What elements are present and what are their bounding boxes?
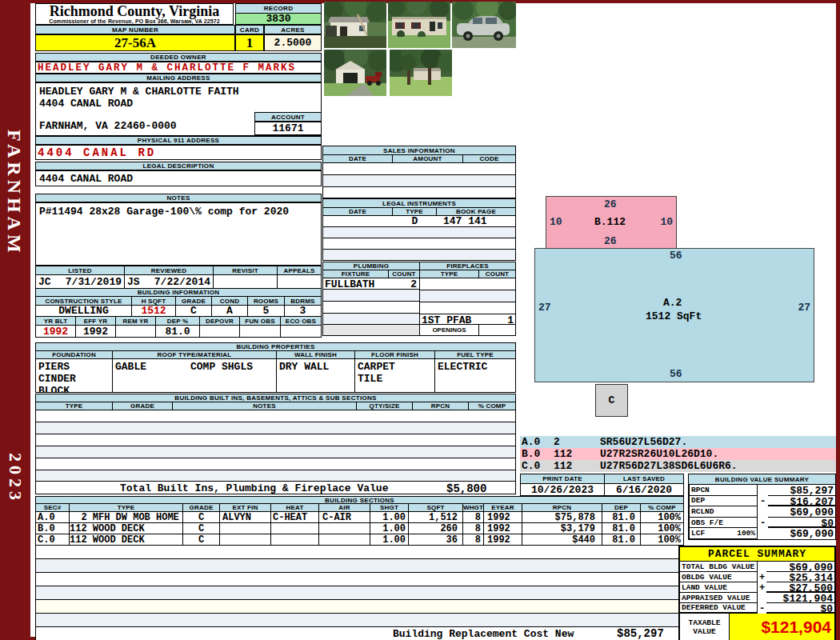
bi-type-label: TYPE <box>36 402 113 410</box>
sketch-section-b: 26 10 B.112 10 26 <box>546 196 677 249</box>
revisit-value <box>214 275 278 288</box>
mailing-address-label: MAILING ADDRESS <box>35 74 322 82</box>
sketch-b-right-dim: 10 <box>660 216 673 228</box>
parcel-summary-title: PARCEL SUMMARY <box>680 547 834 562</box>
sales-amount-label: AMOUNT <box>393 155 463 162</box>
empty-row <box>36 600 683 614</box>
empty-row <box>323 238 515 250</box>
building-properties-table: FOUNDATION ROOF TYPE/MATERIAL WALL FINIS… <box>35 351 516 393</box>
cond-value: A <box>212 306 248 316</box>
property-photo-5[interactable] <box>390 50 452 96</box>
property-photo-4[interactable] <box>324 50 386 96</box>
sketch-a-left-dim: 27 <box>538 302 551 314</box>
openings-row: OPENINGS <box>420 325 515 335</box>
vector-sec: A.0 <box>520 436 554 448</box>
bvs-value: $16,207 <box>768 496 835 507</box>
building-information-title: BUILDING INFORMATION <box>35 288 322 297</box>
empty-row <box>36 458 515 470</box>
floor-finish-value: CARPET TILE <box>355 359 435 392</box>
card-value: 1 <box>235 34 264 51</box>
plumbing-fireplaces-table: PLUMBING FIREPLACES FIXTURE COUNT TYPE C… <box>322 262 516 336</box>
reviewed-date: 7/22/2014 <box>154 276 210 288</box>
physical-address-value: 4404 CANAL RD <box>35 145 322 160</box>
extfin-value <box>220 534 271 545</box>
card-label: CARD <box>235 25 264 34</box>
extfin-value <box>220 523 271 534</box>
whgt-value: 8 <box>463 523 484 534</box>
bvs-label: OBS F/E <box>691 518 723 527</box>
floor-line1: CARPET <box>358 361 395 373</box>
empty-row <box>323 187 515 198</box>
empty-row <box>36 559 683 573</box>
sec-extfin-label: EXT FIN <box>220 504 271 511</box>
sec-grade-label: GRADE <box>183 504 220 511</box>
parcel-value: $27,500 <box>766 582 834 593</box>
sqft-value: 36 <box>409 534 463 545</box>
parcel-row: DEFERRED VALUE - $0 <box>680 603 834 614</box>
account-value: 11671 <box>254 122 322 135</box>
rpcn-value: $75,878 <box>522 512 602 522</box>
depovr-value <box>200 326 240 337</box>
bi-qty-label: QTY/SIZE <box>357 402 413 410</box>
type-value: 2 MFH DW MOB HOME <box>70 512 183 522</box>
notes-value: P#11494 28x28 Garage-100\% comp for 2020 <box>39 206 289 218</box>
mailing-line3: FARNHAM, VA 22460-0000 <box>39 120 177 132</box>
county-title-box: Richmond County, Virginia Commissioner o… <box>35 3 234 25</box>
fireplace-count-value: 1 <box>484 314 514 324</box>
bdrms-label: BDRMS <box>285 297 321 305</box>
reviewed-value: JS 7/22/2014 <box>125 275 214 288</box>
construction-style-label: CONSTRUCTION STYLE <box>36 297 132 305</box>
effyr-label: EFF YR <box>76 317 116 325</box>
last-saved-value: 6/16/2020 <box>605 484 683 495</box>
inst-type-value: D <box>393 216 437 226</box>
bvs-row: RPCN $85,297 <box>689 485 835 496</box>
yrblt-label: YR BLT <box>36 317 76 325</box>
vector-sec: C.0 <box>520 460 554 472</box>
fuel-type-text: ELECTRIC <box>438 361 487 373</box>
property-photo-3[interactable] <box>452 2 516 48</box>
dep-pct-value: 81.0 <box>156 326 200 337</box>
vector-path: U27R56D27L38SD6L6U6R6. <box>600 460 738 472</box>
wall-finish-label: WALL FINISH <box>277 351 355 358</box>
whgt-value: 8 <box>463 512 484 522</box>
sketch-b-top-dim: 26 <box>604 198 617 210</box>
sec-rpcn-label: RPCN <box>522 504 602 511</box>
inst-date-value <box>323 216 393 226</box>
sec-air-label: AIR <box>319 504 370 511</box>
built-ins-total-value: $5,800 <box>446 482 486 495</box>
vector-path: U27R2SR26U10L26D10. <box>600 448 718 460</box>
print-date-value: 10/26/2023 <box>521 484 605 495</box>
review-table: LISTED REVIEWED REVISIT APPEALS JC 7/31/… <box>35 266 322 289</box>
sec-dep-label: DEP <box>602 504 641 511</box>
parcel-value: $25,314 <box>766 572 834 582</box>
parcel-label: TOTAL BLDG VALUE <box>680 562 758 572</box>
appeals-label: APPEALS <box>278 266 321 274</box>
inst-date-label: DATE <box>323 208 393 215</box>
built-ins-total-row: Total Built Ins, Plumbing & Fireplace Va… <box>35 481 516 494</box>
sketch-c-name: C <box>609 394 615 406</box>
bvs-label-cell: RPCN <box>689 485 758 496</box>
district-label: FARNHAM <box>3 130 25 257</box>
fireplace-type-label: TYPE <box>420 270 479 278</box>
empty-row <box>323 175 515 187</box>
building-information-table: CONSTRUCTION STYLE H SQFT GRADE COND ROO… <box>35 297 322 338</box>
air-value: C-AIR <box>319 512 370 522</box>
roof-material-value: COMP SHGLS <box>190 361 253 373</box>
instruments-title: LEGAL INSTRUMENTS <box>323 199 515 208</box>
empty-row <box>36 546 683 559</box>
sales-date-label: DATE <box>323 155 393 162</box>
bvs-label-cell: RCLND <box>689 506 758 518</box>
plumbing-title: PLUMBING <box>323 262 420 270</box>
account-label: ACCOUNT <box>254 112 322 122</box>
ecoobs-label: ECO OBS <box>281 317 321 325</box>
shgt-value: 1.00 <box>370 512 409 522</box>
property-photo-2[interactable] <box>388 2 450 48</box>
bi-notes-label: NOTES <box>173 402 357 410</box>
property-photo-1[interactable] <box>324 2 386 48</box>
parcel-row: OBLDG VALUE + $25,314 <box>680 572 834 582</box>
deeded-owner-label: DEEDED OWNER <box>35 53 322 62</box>
bi-comp-label: % COMP <box>469 402 515 410</box>
empty-row <box>323 163 515 175</box>
ecoobs-value <box>281 326 321 337</box>
sketch-a-name: A.2 <box>663 297 682 309</box>
